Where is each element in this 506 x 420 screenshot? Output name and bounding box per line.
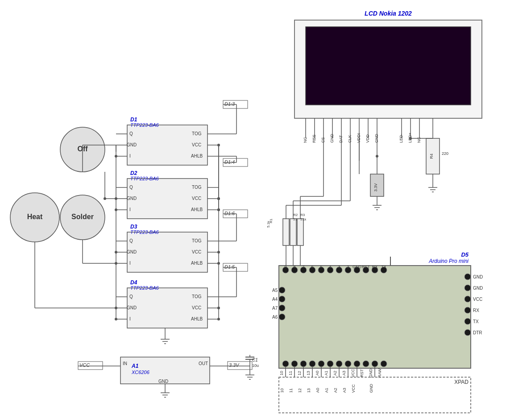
ard-right-rx: RX <box>473 308 479 313</box>
d3-i-pin: I <box>129 261 131 266</box>
d2-ahlb-pin: AHLB <box>191 207 203 212</box>
d2-label: D2 <box>130 170 137 176</box>
d1-i-pin: I <box>129 154 131 158</box>
svg-point-146 <box>327 361 333 367</box>
d2-vcc-pin: VCC <box>192 196 201 201</box>
ard-bot-a3: A3 <box>342 370 346 375</box>
a1-label: A1 <box>131 363 139 369</box>
svg-point-66 <box>115 155 117 158</box>
svg-point-114 <box>376 155 378 158</box>
svg-point-152 <box>381 361 387 367</box>
d3-gnd-pin-l: GND <box>127 250 137 254</box>
xpad-13: 13 <box>307 388 311 393</box>
svg-point-144 <box>309 361 315 367</box>
ard-bot-a1: A1 <box>324 370 328 375</box>
lcd-pin-cs: CS <box>321 137 325 143</box>
svg-point-133 <box>465 296 471 302</box>
d1-ahlb-pin: AHLB <box>191 154 203 158</box>
ard-bot-10: 10 <box>279 371 284 375</box>
d2-q-pin: Q <box>129 185 133 190</box>
d3-ahlb-pin: AHLB <box>191 261 203 266</box>
ard-pin-7: 7 <box>302 265 304 269</box>
lcd-screen <box>306 27 471 105</box>
svg-point-63 <box>115 197 117 200</box>
ard-bot-raw: RAW <box>377 368 382 378</box>
svg-point-145 <box>318 361 324 367</box>
ard-bot-12: 12 <box>297 371 302 375</box>
xpad-11: 11 <box>289 388 293 393</box>
svg-point-141 <box>282 361 289 367</box>
r1-val: 5.1k <box>266 220 270 228</box>
xpad-a3: A3 <box>342 388 347 393</box>
d2-part: TTP223-BA6 <box>130 176 159 181</box>
svg-point-69 <box>115 318 117 320</box>
xpad-a0: A0 <box>315 388 320 393</box>
d4-part: TTP223-BA6 <box>130 285 159 291</box>
d4-vcc-pin: VCC <box>192 305 201 310</box>
svg-point-47 <box>217 208 220 211</box>
ard-right-tx: TX <box>473 319 479 324</box>
svg-point-50 <box>217 307 220 309</box>
ard-bot-gnd: GND <box>369 369 373 378</box>
d1-4-label: D1:4 <box>224 159 235 165</box>
ard-right-dtr: DTR <box>473 330 482 335</box>
d1-label: D1 <box>130 116 137 123</box>
d1-3-label: D1:3 <box>224 101 235 107</box>
ard-right-gnd2: GND <box>473 286 483 291</box>
ard-pin-2: 2 <box>347 265 349 269</box>
ard-left-a6: A6 <box>272 315 278 320</box>
svg-point-65 <box>115 307 117 309</box>
xpad-10: 10 <box>280 388 284 393</box>
svg-point-138 <box>279 296 285 302</box>
svg-point-131 <box>465 274 471 280</box>
d4-label: D4 <box>130 279 137 286</box>
svg-point-140 <box>279 314 285 320</box>
d4-q-pin: Q <box>129 294 133 299</box>
d4-i-pin: I <box>129 316 131 321</box>
svg-point-151 <box>372 361 378 367</box>
ard-right-gnd1: GND <box>473 274 483 279</box>
c1-label: C1 <box>252 358 258 362</box>
svg-point-67 <box>115 208 117 211</box>
svg-point-150 <box>363 361 369 367</box>
solder-label: Solder <box>71 213 94 220</box>
d1-tog-pin: TOG <box>192 131 202 136</box>
ard-bot-rst: RST <box>360 369 364 377</box>
arduino-body <box>279 266 471 368</box>
lcd-pin-nc2: NC <box>417 137 421 143</box>
d4-ahlb-pin: AHLB <box>191 316 203 321</box>
lcd-pin-gnd2: GND <box>374 134 379 143</box>
r3-resistor <box>297 219 303 245</box>
ard-pin-6: 6 <box>311 265 313 269</box>
d2-gnd-pin-l: GND <box>127 196 137 201</box>
ard-left-a4: A4 <box>272 297 278 302</box>
svg-point-48 <box>217 251 220 254</box>
lcd-pin-vddi: VDDI <box>357 133 361 143</box>
ard-bot-13: 13 <box>306 371 311 375</box>
svg-point-137 <box>279 287 285 293</box>
lcd-pin-nc1: NC <box>303 137 307 143</box>
lcd-title: LCD Nokia 1202 <box>365 10 412 17</box>
svg-point-142 <box>291 361 298 367</box>
lcd-pin-res: RES <box>312 134 316 143</box>
d1-vcc-pin: VCC <box>192 142 201 147</box>
lcd-pin-vdd: VDD <box>365 134 370 143</box>
r2-resistor <box>290 219 296 245</box>
svg-point-147 <box>336 361 342 367</box>
svg-point-68 <box>115 262 117 265</box>
xpad-a1: A1 <box>324 388 329 393</box>
svg-point-49 <box>217 262 220 265</box>
r3-val: 5.1k <box>300 218 307 221</box>
d3-part: TTP223-BA6 <box>130 229 159 235</box>
d5-title: D5 <box>461 251 469 258</box>
ard-left-a5: A5 <box>272 288 278 293</box>
vcc-label-a1: VCC <box>79 362 90 368</box>
ard-right-vcc: VCC <box>473 297 482 302</box>
ard-pin-tx: TX <box>381 265 386 269</box>
xpad-12: 12 <box>298 388 302 393</box>
d2-tog-pin: TOG <box>192 185 202 190</box>
r1-resistor <box>283 219 289 245</box>
xpad-a2: A2 <box>333 388 338 393</box>
ard-pin-gnd: GND <box>353 265 362 269</box>
d1-gnd-pin-l: GND <box>127 142 137 147</box>
